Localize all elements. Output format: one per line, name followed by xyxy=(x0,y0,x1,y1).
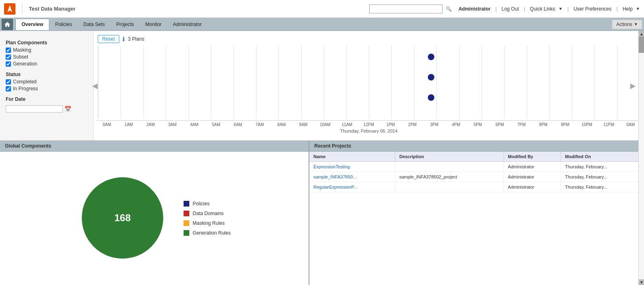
timeline-vline xyxy=(527,46,527,119)
timeline-dot-3 xyxy=(428,94,434,101)
quick-links-arrow: ▼ xyxy=(559,7,563,11)
time-label: 1PM xyxy=(380,122,402,127)
timeline-vline xyxy=(143,46,144,119)
actions-button[interactable]: Actions ▼ xyxy=(612,20,642,29)
project-modon-3: Thursday, February... xyxy=(561,182,644,192)
calendar-icon[interactable]: 📅 xyxy=(64,106,71,112)
project-desc-2: sample_INFA378502_project xyxy=(395,172,504,182)
time-label: 7AM xyxy=(249,122,271,127)
next-arrow[interactable]: ▶ xyxy=(630,81,636,90)
actions-arrow: ▼ xyxy=(634,22,638,26)
table-row: ExpressionTesting Administrator Thursday… xyxy=(309,162,644,172)
legend-policies: Policies xyxy=(184,201,230,207)
quick-links-link[interactable]: Quick Links xyxy=(530,6,555,12)
timeline-vline xyxy=(98,46,99,119)
table-row: sample_INFA37850... sample_INFA378502_pr… xyxy=(309,172,644,182)
time-label: 0AM xyxy=(96,122,118,127)
logout-link[interactable]: Log Out xyxy=(502,6,519,12)
scroll-up-arrow[interactable]: ▲ xyxy=(639,31,644,37)
time-label: 6PM xyxy=(489,122,511,127)
timeline-labels: 0AM1AM2AM3AM4AM5AM6AM7AM8AM9AM10AM11AM12… xyxy=(96,120,642,127)
time-label: 7PM xyxy=(510,122,532,127)
plans-count: 3 Plans xyxy=(128,36,144,42)
time-label: 5AM xyxy=(205,122,227,127)
plan-components-label: Plan Components xyxy=(6,40,88,46)
logo-divider xyxy=(22,3,22,15)
project-link-1[interactable]: ExpressionTesting xyxy=(313,164,350,169)
timeline-vline xyxy=(459,46,460,119)
scroll-thumb[interactable] xyxy=(639,37,644,53)
user-preferences-link[interactable]: User Preferences xyxy=(574,6,611,12)
masking-checkbox[interactable] xyxy=(6,48,11,53)
project-link-2[interactable]: sample_INFA37850... xyxy=(313,174,357,179)
scroll-track xyxy=(639,37,644,279)
timeline-vline xyxy=(572,46,572,119)
chart-area: Reset ℹ 3 Plans 0AM1AM2AM3AM4AM5AM6AM7AM… xyxy=(94,31,644,140)
time-label: 8PM xyxy=(532,122,554,127)
completed-label: Completed xyxy=(13,79,37,85)
sep1: | xyxy=(495,6,497,12)
project-modby-1: Administrator xyxy=(504,162,561,172)
date-input[interactable]: Thursday, February xyxy=(6,105,63,113)
scroll-down-arrow[interactable]: ▼ xyxy=(639,279,644,285)
timeline-vline xyxy=(391,46,392,119)
tab-administrator[interactable]: Administrator xyxy=(167,19,208,30)
home-button[interactable] xyxy=(2,19,13,30)
timeline-vline xyxy=(166,46,166,119)
time-label: 12PM xyxy=(358,122,380,127)
home-icon xyxy=(4,21,11,28)
timeline-date: Thursday, February 06, 2014 xyxy=(96,128,642,133)
chart-legend: Policies Data Domains Masking Rules xyxy=(184,201,230,236)
tab-monitor[interactable]: Monitor xyxy=(140,19,167,30)
informatica-logo xyxy=(4,3,15,15)
subset-checkbox[interactable] xyxy=(6,54,11,60)
time-label: 9PM xyxy=(554,122,576,127)
timeline-vline xyxy=(549,46,550,119)
col-modified-on: Modified On xyxy=(561,152,644,162)
generation-checkbox[interactable] xyxy=(6,61,11,67)
timeline-vline xyxy=(594,46,595,119)
timeline-vline xyxy=(188,46,189,119)
masking-label: Masking xyxy=(13,47,31,53)
user-label: Administrator xyxy=(458,6,491,12)
project-link-3[interactable]: RegularExpressionP... xyxy=(313,185,357,189)
timeline-vline xyxy=(256,46,256,119)
timeline-vline xyxy=(324,46,324,119)
project-modon-1: Thursday, February... xyxy=(561,162,644,172)
completed-checkbox[interactable] xyxy=(6,79,11,85)
in-progress-checkbox[interactable] xyxy=(6,86,11,91)
sep4: | xyxy=(616,6,618,12)
legend-data-domains: Data Domains xyxy=(184,211,230,216)
search-input[interactable] xyxy=(369,4,442,13)
timeline-vline xyxy=(234,46,234,119)
time-label: 2PM xyxy=(401,122,423,127)
time-label: 4AM xyxy=(183,122,205,127)
tab-datasets[interactable]: Data Sets xyxy=(78,19,111,30)
timeline-vline xyxy=(504,46,505,119)
timeline-vline xyxy=(120,46,121,119)
global-components-header: Global Components xyxy=(0,141,309,152)
legend-masking-rules: Masking Rules xyxy=(184,220,230,226)
search-icon[interactable]: 🔍 xyxy=(446,6,452,12)
app-title: Test Data Manager xyxy=(29,6,76,12)
timeline-vline xyxy=(211,46,211,119)
tab-overview[interactable]: Overview xyxy=(15,19,49,30)
generation-label: Generation xyxy=(13,61,37,67)
for-date-label: For Date xyxy=(6,96,88,102)
time-label: 9AM xyxy=(292,122,314,127)
col-description: Description xyxy=(395,152,504,162)
tab-projects[interactable]: Projects xyxy=(110,19,139,30)
project-desc-1 xyxy=(395,162,504,172)
col-name: Name xyxy=(309,152,395,162)
timeline-vline xyxy=(301,46,302,119)
help-link[interactable]: Help xyxy=(622,6,633,12)
prev-arrow[interactable]: ◀ xyxy=(92,81,98,90)
timeline-dot-1 xyxy=(428,54,434,60)
timeline-chart xyxy=(98,46,640,119)
time-label: 10PM xyxy=(576,122,598,127)
reset-button[interactable]: Reset xyxy=(98,35,119,43)
tab-policies[interactable]: Policies xyxy=(49,19,77,30)
recent-projects-table: Name Description Modified By Modified On… xyxy=(309,152,644,192)
time-label: 4PM xyxy=(445,122,467,127)
sep3: | xyxy=(567,6,569,12)
